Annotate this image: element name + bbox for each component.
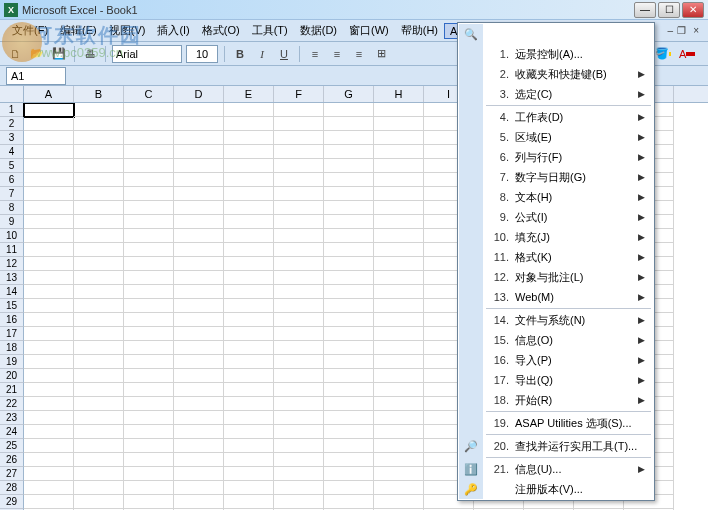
cell[interactable] bbox=[324, 355, 374, 369]
cell[interactable] bbox=[274, 117, 324, 131]
cell[interactable] bbox=[24, 481, 74, 495]
cell[interactable] bbox=[74, 383, 124, 397]
cell[interactable] bbox=[324, 383, 374, 397]
menu-item[interactable]: 1.远景控制(A)... bbox=[459, 44, 653, 64]
cell[interactable] bbox=[74, 159, 124, 173]
cell[interactable] bbox=[324, 481, 374, 495]
cell[interactable] bbox=[274, 215, 324, 229]
cell[interactable] bbox=[224, 397, 274, 411]
menu-item[interactable]: 15.信息(O)▶ bbox=[459, 330, 653, 350]
cell[interactable] bbox=[324, 285, 374, 299]
cell[interactable] bbox=[374, 481, 424, 495]
cell[interactable] bbox=[24, 131, 74, 145]
row-header[interactable]: 20 bbox=[0, 369, 24, 383]
cell[interactable] bbox=[374, 425, 424, 439]
row-header[interactable]: 1 bbox=[0, 103, 24, 117]
cell[interactable] bbox=[24, 173, 74, 187]
row-header[interactable]: 3 bbox=[0, 131, 24, 145]
row-header[interactable]: 6 bbox=[0, 173, 24, 187]
cell[interactable] bbox=[324, 159, 374, 173]
cell[interactable] bbox=[74, 313, 124, 327]
cell[interactable] bbox=[324, 313, 374, 327]
cell[interactable] bbox=[174, 159, 224, 173]
cell[interactable] bbox=[274, 439, 324, 453]
cell[interactable] bbox=[74, 327, 124, 341]
cell[interactable] bbox=[24, 271, 74, 285]
menu-item[interactable]: 3.选定(C)▶ bbox=[459, 84, 653, 104]
menu-item[interactable]: 11.格式(K)▶ bbox=[459, 247, 653, 267]
cell[interactable] bbox=[74, 299, 124, 313]
cell[interactable] bbox=[174, 131, 224, 145]
cell[interactable] bbox=[224, 187, 274, 201]
cell[interactable] bbox=[24, 117, 74, 131]
cell[interactable] bbox=[74, 467, 124, 481]
cell[interactable] bbox=[274, 299, 324, 313]
cell[interactable] bbox=[374, 369, 424, 383]
cell[interactable] bbox=[174, 383, 224, 397]
cell[interactable] bbox=[224, 229, 274, 243]
cell[interactable] bbox=[24, 439, 74, 453]
cell[interactable] bbox=[224, 159, 274, 173]
cell[interactable] bbox=[74, 201, 124, 215]
cell[interactable] bbox=[24, 425, 74, 439]
row-header[interactable]: 12 bbox=[0, 257, 24, 271]
cell[interactable] bbox=[224, 327, 274, 341]
cell[interactable] bbox=[124, 215, 174, 229]
row-header[interactable]: 9 bbox=[0, 215, 24, 229]
cell[interactable] bbox=[274, 495, 324, 509]
menu-item[interactable]: 19.ASAP Utilities 选项(S)... bbox=[459, 413, 653, 433]
fill-color-icon[interactable]: 🪣 bbox=[654, 45, 672, 63]
cell[interactable] bbox=[374, 117, 424, 131]
font-color-icon[interactable]: A bbox=[678, 45, 696, 63]
cell[interactable] bbox=[24, 187, 74, 201]
cell[interactable] bbox=[74, 187, 124, 201]
column-header[interactable]: C bbox=[124, 86, 174, 102]
cell[interactable] bbox=[274, 187, 324, 201]
column-header[interactable]: B bbox=[74, 86, 124, 102]
cell[interactable] bbox=[374, 313, 424, 327]
menu-item[interactable]: 2.收藏夹和快捷键(B)▶ bbox=[459, 64, 653, 84]
cell[interactable] bbox=[124, 327, 174, 341]
cell[interactable] bbox=[374, 187, 424, 201]
cell[interactable] bbox=[74, 481, 124, 495]
cell[interactable] bbox=[224, 313, 274, 327]
cell[interactable] bbox=[324, 495, 374, 509]
cell[interactable] bbox=[74, 439, 124, 453]
column-header[interactable]: D bbox=[174, 86, 224, 102]
menu-item[interactable]: 12.对象与批注(L)▶ bbox=[459, 267, 653, 287]
cell[interactable] bbox=[174, 243, 224, 257]
cell[interactable] bbox=[224, 467, 274, 481]
menu-item[interactable]: 6.列与行(F)▶ bbox=[459, 147, 653, 167]
cell[interactable] bbox=[174, 425, 224, 439]
cell[interactable] bbox=[74, 173, 124, 187]
cell[interactable] bbox=[74, 145, 124, 159]
cell[interactable] bbox=[24, 145, 74, 159]
cell[interactable] bbox=[374, 341, 424, 355]
cell[interactable] bbox=[274, 383, 324, 397]
cell[interactable] bbox=[274, 397, 324, 411]
cell[interactable] bbox=[224, 145, 274, 159]
cell[interactable] bbox=[324, 201, 374, 215]
menu-data[interactable]: 数据(D) bbox=[294, 21, 343, 40]
cell[interactable] bbox=[324, 411, 374, 425]
cell[interactable] bbox=[274, 481, 324, 495]
cell[interactable] bbox=[374, 299, 424, 313]
cell[interactable] bbox=[324, 439, 374, 453]
name-box[interactable] bbox=[6, 67, 66, 85]
cell[interactable] bbox=[124, 285, 174, 299]
menu-insert[interactable]: 插入(I) bbox=[151, 21, 195, 40]
cell[interactable] bbox=[74, 495, 124, 509]
cell[interactable] bbox=[24, 355, 74, 369]
cell[interactable] bbox=[274, 145, 324, 159]
cell[interactable] bbox=[24, 341, 74, 355]
cell[interactable] bbox=[374, 411, 424, 425]
cell[interactable] bbox=[74, 117, 124, 131]
cell[interactable] bbox=[74, 229, 124, 243]
cell[interactable] bbox=[24, 285, 74, 299]
cell[interactable] bbox=[374, 131, 424, 145]
cell[interactable] bbox=[174, 355, 224, 369]
cell[interactable] bbox=[124, 201, 174, 215]
cell[interactable] bbox=[274, 369, 324, 383]
cell[interactable] bbox=[274, 327, 324, 341]
column-header[interactable]: F bbox=[274, 86, 324, 102]
